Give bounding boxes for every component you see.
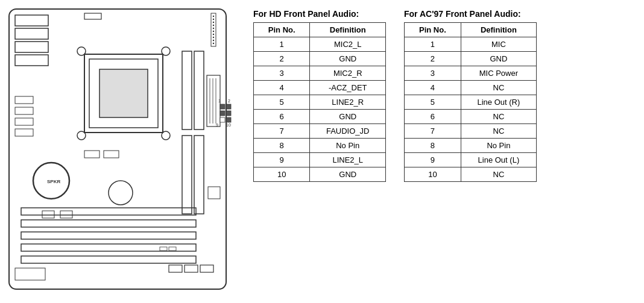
svg-rect-54 (169, 247, 176, 251)
pin-definition: GND (310, 52, 386, 66)
svg-rect-4 (15, 55, 48, 66)
pin-number: 9 (405, 153, 461, 167)
svg-rect-48 (200, 265, 213, 272)
svg-rect-39 (21, 256, 196, 263)
svg-text:9: 9 (216, 123, 218, 127)
svg-text:1: 1 (218, 99, 221, 103)
svg-point-16 (213, 43, 214, 44)
pin-number: 8 (405, 139, 461, 153)
svg-point-7 (213, 16, 214, 17)
pin-number: 5 (254, 95, 310, 110)
svg-rect-26 (182, 136, 192, 214)
hd-table-title: For HD Front Panel Audio: (253, 9, 359, 19)
svg-rect-51 (84, 151, 99, 158)
pin-number: 7 (405, 124, 461, 139)
svg-rect-59 (220, 104, 225, 109)
pin-number: 2 (405, 52, 461, 66)
table-row: 3MIC2_R (254, 66, 386, 81)
pin-number: 3 (405, 66, 461, 81)
table-row: 6NC (405, 110, 537, 124)
pin-number: 6 (254, 110, 310, 124)
ac97-table: Pin No. Definition 1MIC2GND3MIC Power4NC… (404, 22, 537, 182)
svg-rect-46 (169, 265, 182, 272)
svg-rect-35 (21, 208, 196, 215)
pin-definition: No Pin (310, 139, 386, 153)
ac97-col-definition: Definition (461, 23, 536, 37)
table-row: 5Line Out (R) (405, 95, 537, 110)
svg-rect-43 (15, 129, 33, 136)
hd-col-pinno: Pin No. (254, 23, 310, 37)
pin-definition: GND (310, 110, 386, 124)
pin-definition: MIC2_R (310, 66, 386, 81)
svg-rect-41 (15, 107, 33, 114)
table-row: 7FAUDIO_JD (254, 124, 386, 139)
table-row: 3MIC Power (405, 66, 537, 81)
table-row: 1MIC2_L (254, 37, 386, 52)
table-row: 4-ACZ_DET (254, 81, 386, 95)
svg-point-15 (213, 40, 214, 41)
pin-number: 5 (405, 95, 461, 110)
svg-rect-5 (84, 13, 101, 19)
pin-number: 4 (405, 81, 461, 95)
table-row: 9Line Out (L) (405, 153, 537, 167)
ac97-col-pinno: Pin No. (405, 23, 461, 37)
svg-point-34 (109, 181, 133, 205)
svg-point-23 (162, 131, 170, 140)
pin-definition: GND (310, 167, 386, 182)
svg-point-13 (213, 34, 214, 35)
svg-rect-53 (160, 247, 167, 251)
table-row: 8No Pin (254, 139, 386, 153)
pin-number: 9 (254, 153, 310, 167)
svg-point-22 (77, 131, 86, 140)
hd-col-definition: Definition (310, 23, 386, 37)
svg-rect-25 (194, 51, 204, 130)
svg-rect-38 (21, 244, 196, 251)
pin-number: 7 (254, 124, 310, 139)
pin-definition: LINE2_L (310, 153, 386, 167)
svg-rect-61 (220, 111, 225, 116)
table-row: 5LINE2_R (254, 95, 386, 110)
svg-rect-60 (226, 104, 231, 109)
svg-rect-49 (208, 187, 220, 199)
svg-rect-27 (194, 136, 204, 214)
table-row: 1MIC (405, 37, 537, 52)
svg-point-12 (213, 31, 214, 32)
pin-number: 10 (254, 167, 310, 182)
svg-rect-47 (185, 265, 198, 272)
pin-definition: -ACZ_DET (310, 81, 386, 95)
svg-rect-62 (226, 111, 231, 116)
svg-rect-44 (42, 211, 54, 218)
svg-point-8 (213, 19, 214, 20)
svg-rect-36 (21, 220, 196, 227)
ac97-table-title: For AC'97 Front Panel Audio: (404, 9, 521, 19)
svg-rect-45 (60, 211, 72, 218)
svg-rect-6 (211, 13, 216, 46)
svg-rect-2 (15, 28, 48, 39)
pin-definition: MIC Power (461, 66, 536, 81)
svg-rect-24 (182, 51, 192, 130)
tables-area: For HD Front Panel Audio: Pin No. Defini… (253, 6, 537, 182)
pin-number: 6 (405, 110, 461, 124)
hd-table: Pin No. Definition 1MIC2_L2GND3MIC2_R4-A… (253, 22, 386, 182)
table-row: 8No Pin (405, 139, 537, 153)
svg-rect-64 (226, 117, 231, 122)
svg-rect-50 (15, 268, 45, 280)
pin-definition: Line Out (R) (461, 95, 536, 110)
svg-text:SPKR: SPKR (47, 179, 60, 184)
svg-rect-0 (9, 9, 226, 289)
pin-definition: NC (461, 110, 536, 124)
pin-definition: MIC2_L (310, 37, 386, 52)
hd-table-section: For HD Front Panel Audio: Pin No. Defini… (253, 9, 386, 182)
svg-point-9 (213, 22, 214, 23)
table-row: 9LINE2_L (254, 153, 386, 167)
pin-number: 8 (254, 139, 310, 153)
table-row: 4NC (405, 81, 537, 95)
svg-text:10: 10 (226, 123, 231, 127)
svg-point-10 (213, 25, 214, 26)
pin-definition: LINE2_R (310, 95, 386, 110)
pin-number: 2 (254, 52, 310, 66)
table-row: 6GND (254, 110, 386, 124)
svg-point-21 (162, 47, 170, 55)
pin-number: 1 (405, 37, 461, 52)
table-row: 2GND (254, 52, 386, 66)
